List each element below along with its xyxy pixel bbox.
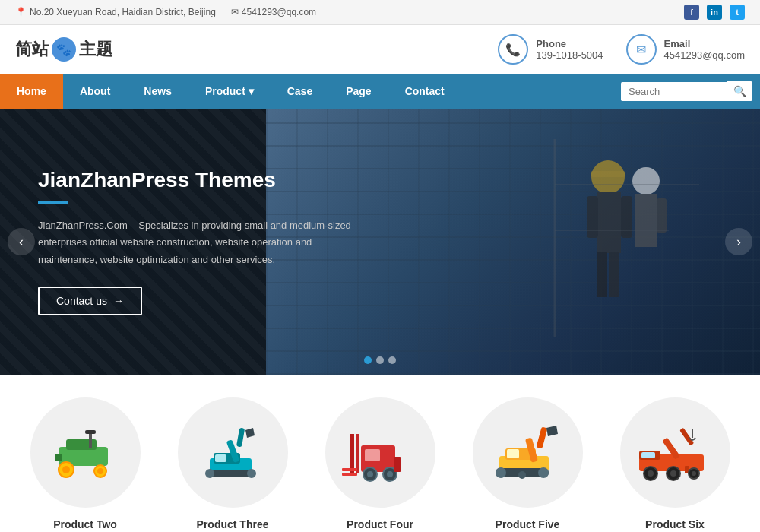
product-five[interactable]: Product Five — [458, 397, 597, 530]
nav-product[interactable]: Product ▾ — [188, 74, 271, 109]
hero-pagination — [364, 356, 396, 364]
svg-rect-5 — [597, 252, 607, 297]
contact-us-button[interactable]: Contact us → — [38, 287, 142, 315]
product-five-name: Product Five — [496, 518, 560, 530]
svg-rect-32 — [365, 449, 380, 461]
email-envelope-icon: ✉ — [626, 34, 657, 65]
product-three[interactable]: Product Three — [163, 397, 302, 530]
svg-rect-19 — [89, 432, 92, 448]
product-three-circle — [178, 397, 288, 508]
lawn-mower-icon — [43, 424, 127, 481]
hero-next-button[interactable]: › — [725, 228, 752, 255]
svg-point-40 — [387, 471, 393, 477]
svg-rect-33 — [350, 434, 354, 473]
nav-case[interactable]: Case — [271, 74, 329, 109]
product-two-circle — [30, 397, 141, 508]
nav-items: Home About News Product ▾ Case Page Cont… — [0, 74, 613, 109]
svg-point-46 — [538, 467, 549, 478]
svg-point-25 — [205, 469, 214, 478]
product-six[interactable]: Product Six — [605, 397, 745, 530]
hero-banner: ‹ JianZhanPress Themes JianZhanPress.Com… — [0, 109, 760, 375]
product-six-circle — [620, 397, 730, 508]
header: 简站 🐾 主题 📞 Phone 139-1018-5004 ✉ Email 45… — [0, 25, 760, 74]
svg-point-7 — [632, 167, 660, 195]
product-two-name: Product Two — [53, 518, 117, 530]
products-grid: Product Two — [15, 397, 745, 530]
nav-news[interactable]: News — [127, 74, 188, 109]
svg-rect-9 — [657, 198, 667, 233]
main-nav: Home About News Product ▾ Case Page Cont… — [0, 74, 760, 109]
svg-rect-28 — [236, 428, 245, 448]
product-six-name: Product Six — [645, 518, 705, 530]
hero-dot-3[interactable] — [388, 356, 396, 364]
crane-truck-icon — [632, 424, 719, 481]
top-bar-info: 📍 No.20 Xueyuan Road, Haidian District, … — [15, 7, 316, 17]
phone-icon: 📞 — [498, 34, 528, 65]
product-four-name: Product Four — [347, 518, 413, 530]
svg-rect-54 — [641, 452, 655, 458]
svg-rect-36 — [342, 473, 357, 476]
phone-label: Phone — [536, 38, 603, 49]
logo-text-right: 主题 — [79, 38, 112, 61]
twitter-link[interactable]: t — [730, 5, 745, 20]
svg-rect-51 — [507, 449, 519, 458]
hero-title: JianZhanPress Themes — [38, 168, 357, 192]
hero-dot-1[interactable] — [364, 356, 372, 364]
svg-rect-35 — [342, 468, 357, 471]
svg-marker-29 — [245, 428, 255, 438]
svg-point-16 — [62, 466, 70, 473]
product-three-name: Product Three — [197, 518, 269, 530]
phone-info: Phone 139-1018-5004 — [536, 38, 603, 61]
hero-description: JianZhanPress.Com – Specializes in provi… — [38, 217, 357, 268]
contact-us-label: Contact us — [56, 295, 107, 307]
products-section: Product Two — [0, 375, 760, 532]
hero-dot-2[interactable] — [376, 356, 384, 364]
product-five-circle — [473, 397, 583, 508]
top-bar: 📍 No.20 Xueyuan Road, Haidian District, … — [0, 0, 760, 25]
svg-point-45 — [496, 467, 506, 478]
svg-rect-21 — [55, 454, 62, 461]
social-links: f in t — [684, 5, 745, 20]
product-two[interactable]: Product Two — [15, 397, 155, 530]
linkedin-link[interactable]: in — [707, 5, 722, 20]
nav-page[interactable]: Page — [329, 74, 388, 109]
svg-rect-1 — [591, 171, 625, 177]
paw-icon: 🐾 — [52, 37, 76, 62]
product-four[interactable]: Product Four — [310, 397, 450, 530]
nav-about[interactable]: About — [63, 74, 127, 109]
svg-rect-49 — [536, 426, 547, 448]
hero-divider — [38, 201, 68, 204]
product-four-circle — [325, 397, 435, 508]
search-bar[interactable]: 🔍 — [613, 75, 760, 107]
email-contact: ✉ Email 4541293@qq.com — [626, 34, 745, 65]
svg-rect-8 — [635, 194, 657, 247]
nav-home[interactable]: Home — [0, 74, 63, 109]
svg-rect-6 — [609, 252, 619, 297]
workers-illustration — [547, 139, 699, 337]
svg-rect-3 — [587, 196, 598, 238]
facebook-link[interactable]: f — [684, 5, 699, 20]
search-input[interactable] — [621, 82, 727, 101]
svg-point-38 — [367, 471, 373, 477]
hero-content: JianZhanPress Themes JianZhanPress.Com –… — [0, 168, 395, 315]
svg-point-47 — [518, 471, 526, 479]
email-icon: ✉ — [231, 7, 239, 17]
phone-value: 139-1018-5004 — [536, 49, 603, 61]
large-excavator-icon — [484, 424, 572, 481]
svg-rect-4 — [621, 196, 632, 238]
logo[interactable]: 简站 🐾 主题 — [15, 37, 112, 62]
hero-prev-button[interactable]: ‹ — [8, 228, 35, 255]
svg-rect-30 — [215, 454, 226, 462]
email-text: 4541293@qq.com — [242, 7, 316, 17]
svg-point-18 — [97, 468, 103, 474]
search-button[interactable]: 🔍 — [727, 81, 752, 101]
address-info: 📍 No.20 Xueyuan Road, Haidian District, … — [15, 7, 216, 17]
svg-point-62 — [670, 470, 676, 477]
location-icon: 📍 — [15, 7, 27, 17]
svg-rect-20 — [85, 430, 96, 434]
nav-contact[interactable]: Contact — [388, 74, 461, 109]
arrow-icon: → — [113, 295, 124, 307]
phone-contact: 📞 Phone 139-1018-5004 — [498, 34, 603, 65]
svg-marker-50 — [546, 426, 558, 436]
email-value: 4541293@qq.com — [664, 49, 745, 61]
